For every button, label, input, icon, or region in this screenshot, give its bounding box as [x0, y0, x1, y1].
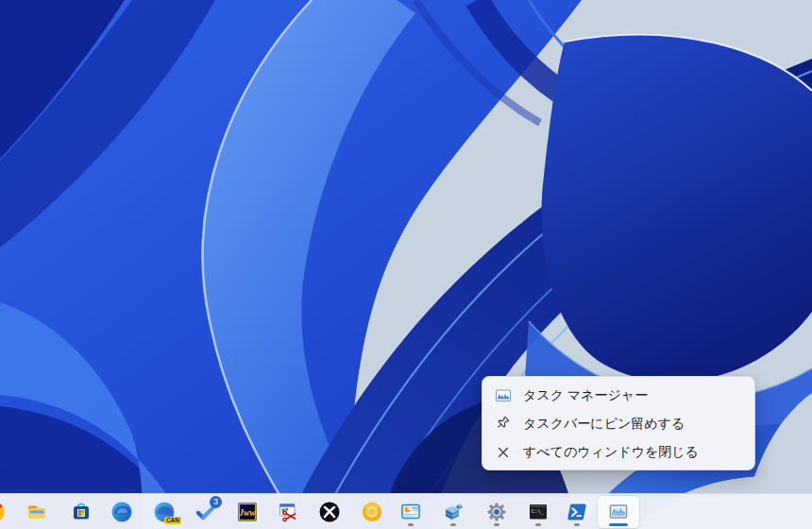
todo-notification-badge: 3: [210, 496, 222, 508]
settings-gear-icon: [484, 500, 509, 524]
taskbar-button-xbox[interactable]: [311, 496, 348, 528]
taskbar-button-microsoft-store[interactable]: [62, 496, 100, 528]
taskbar-button-capture-tool[interactable]: [269, 496, 307, 528]
resource-monitor-icon: [398, 500, 423, 524]
running-indicator: [494, 523, 499, 526]
taskbar-button-edge[interactable]: [103, 496, 141, 528]
pin-icon: [495, 416, 512, 433]
chrome-icon: [0, 500, 7, 524]
jw-cad-label: Jww: [238, 508, 256, 518]
taskbar-button-chrome[interactable]: [0, 496, 13, 528]
running-indicator: [408, 523, 414, 526]
edge-canary-badge: CAN: [164, 517, 181, 524]
running-indicator: [450, 523, 456, 526]
taskbar-button-task-manager[interactable]: [598, 496, 639, 528]
file-explorer-icon: [25, 500, 49, 524]
task-manager-icon: [495, 387, 512, 404]
active-window-indicator: [609, 523, 628, 526]
menu-item-label: タスク マネージャー: [523, 387, 648, 404]
taskbar: CAN 3 Jww: [0, 493, 812, 529]
taskbar-button-edge-canary[interactable]: CAN: [145, 496, 183, 528]
taskbar-button-file-explorer[interactable]: [18, 496, 56, 528]
menu-item-task-manager[interactable]: タスク マネージャー: [482, 382, 754, 410]
running-indicator: [535, 523, 541, 526]
menu-item-label: タスクバーにピン留めする: [523, 416, 685, 433]
task-manager-icon: [606, 500, 631, 524]
capture-scissors-icon: [276, 500, 300, 524]
taskbar-button-command-prompt[interactable]: C:\_: [519, 496, 557, 528]
taskbar-button-powershell[interactable]: [558, 496, 596, 528]
taskbar-button-settings[interactable]: [478, 496, 516, 528]
taskbar-button-microsoft-todo[interactable]: 3: [187, 496, 225, 528]
powershell-icon: [565, 500, 589, 524]
menu-item-close-all-windows[interactable]: すべてのウィンドウを閉じる: [482, 438, 754, 467]
taskbar-button-registry-editor[interactable]: [434, 496, 472, 528]
running-indicator: [574, 523, 580, 526]
registry-editor-icon: [441, 500, 465, 524]
microsoft-store-icon: [69, 500, 93, 524]
xbox-icon: [317, 500, 342, 524]
taskbar-button-jw-cad[interactable]: Jww: [228, 496, 266, 528]
menu-item-label: すべてのウィンドウを閉じる: [523, 444, 699, 461]
desktop: タスク マネージャー タスクバーにピン留めする すべてのウィンドウを閉じる: [0, 0, 812, 529]
taskbar-button-chrome-canary[interactable]: [353, 496, 391, 528]
command-prompt-text: C:\_: [532, 508, 545, 515]
command-prompt-icon: C:\_: [526, 500, 550, 524]
edge-icon: [110, 500, 134, 524]
menu-item-pin-to-taskbar[interactable]: タスクバーにピン留めする: [482, 410, 754, 438]
taskbar-context-menu: タスク マネージャー タスクバーにピン留めする すべてのウィンドウを閉じる: [482, 376, 755, 470]
chrome-canary-icon: [360, 500, 384, 524]
jw-cad-icon: Jww: [235, 500, 260, 524]
close-icon: [495, 444, 512, 461]
taskbar-button-resource-monitor[interactable]: [392, 496, 430, 528]
